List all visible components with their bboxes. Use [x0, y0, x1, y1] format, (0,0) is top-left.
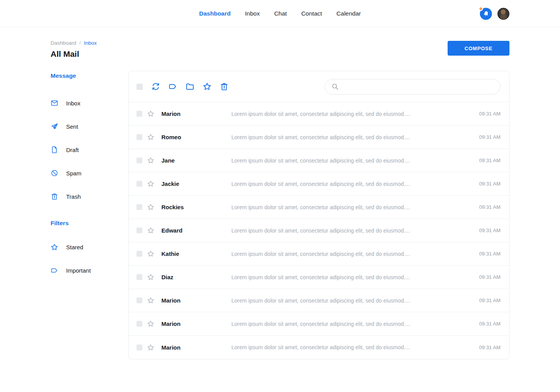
select-all-checkbox[interactable]	[136, 84, 143, 90]
sidebar-item-draft[interactable]: Draft	[51, 138, 128, 161]
row-checkbox[interactable]	[136, 274, 142, 280]
star-icon[interactable]	[203, 82, 212, 91]
star-icon	[51, 243, 58, 251]
mail-sender: Jackie	[161, 180, 231, 187]
mail-preview: Lorem ipsum dolor sit amet, consectetur …	[231, 134, 469, 140]
mail-time: 09:31 AM	[469, 181, 500, 187]
star-icon[interactable]	[147, 157, 154, 164]
mail-sender: Jane	[161, 157, 231, 164]
send-icon	[51, 122, 58, 130]
row-checkbox[interactable]	[136, 204, 142, 210]
mail-row[interactable]: Jane Lorem ipsum dolor sit amet, consect…	[129, 149, 509, 172]
mail-preview: Lorem ipsum dolor sit amet, consectetur …	[231, 251, 469, 257]
mail-preview: Lorem ipsum dolor sit amet, consectetur …	[231, 274, 469, 280]
star-icon[interactable]	[147, 203, 154, 211]
row-checkbox[interactable]	[136, 321, 142, 327]
sidebar-item-label: Stared	[66, 244, 83, 250]
mail-sender: Marion	[161, 297, 231, 304]
mail-list: Marion Lorem ipsum dolor sit amet, conse…	[129, 102, 509, 359]
folder-icon[interactable]	[186, 82, 194, 91]
row-checkbox[interactable]	[136, 111, 142, 117]
mail-sender: Romeo	[161, 134, 231, 140]
mail-time: 09:31 AM	[469, 321, 500, 327]
sidebar-item-important[interactable]: Important	[51, 259, 128, 282]
breadcrumb-separator: /	[79, 40, 81, 46]
row-checkbox[interactable]	[136, 298, 142, 303]
mail-sender: Kathie	[161, 250, 231, 257]
mail-preview: Lorem ipsum dolor sit amet, consectetur …	[231, 158, 469, 164]
row-checkbox[interactable]	[136, 158, 142, 163]
row-checkbox[interactable]	[136, 228, 142, 233]
compose-button[interactable]: COMPOSE	[448, 41, 509, 56]
mail-time: 09:31 AM	[469, 251, 500, 257]
notifications-button[interactable]	[480, 8, 492, 20]
page-head-left: Dashboard / Inbox All Mail	[51, 40, 97, 59]
mail-sender: Marion	[161, 110, 231, 117]
star-icon[interactable]	[147, 110, 154, 117]
mail-sender: Marion	[161, 320, 231, 327]
page-head: Dashboard / Inbox All Mail COMPOSE	[51, 40, 509, 59]
row-checkbox[interactable]	[136, 251, 142, 257]
mail-row[interactable]: Edward Lorem ipsum dolor sit amet, conse…	[129, 219, 509, 242]
row-checkbox[interactable]	[136, 134, 142, 140]
breadcrumb-dashboard[interactable]: Dashboard	[51, 40, 76, 46]
toolbar-icons	[151, 82, 229, 91]
mail-sender: Edward	[161, 227, 231, 234]
trash-icon[interactable]	[220, 82, 229, 91]
mail-row[interactable]: Marion Lorem ipsum dolor sit amet, conse…	[129, 289, 509, 312]
main-nav: Dashboard Inbox Chat Contact Calendar	[199, 10, 361, 17]
star-icon[interactable]	[147, 297, 154, 304]
mail-preview: Lorem ipsum dolor sit amet, consectetur …	[231, 204, 469, 210]
mail-time: 09:31 AM	[469, 158, 500, 163]
mail-sidebar: Message Inbox Sent	[51, 71, 128, 359]
mail-time: 09:31 AM	[469, 204, 500, 210]
mail-row[interactable]: Diaz Lorem ipsum dolor sit amet, consect…	[129, 266, 509, 289]
label-icon[interactable]	[168, 82, 177, 91]
star-icon[interactable]	[147, 227, 154, 234]
star-icon[interactable]	[147, 133, 154, 141]
sidebar-message-list: Inbox Sent Draft	[51, 91, 128, 208]
mail-preview: Lorem ipsum dolor sit amet, consectetur …	[231, 321, 469, 327]
sidebar-item-sent[interactable]: Sent	[51, 115, 128, 138]
nav-item-calendar[interactable]: Calendar	[336, 10, 361, 17]
star-icon[interactable]	[147, 320, 154, 327]
star-icon[interactable]	[147, 250, 154, 257]
mail-row[interactable]: Romeo Lorem ipsum dolor sit amet, consec…	[129, 126, 509, 149]
sidebar-item-stared[interactable]: Stared	[51, 235, 128, 259]
mail-row[interactable]: Marion Lorem ipsum dolor sit amet, conse…	[129, 336, 509, 359]
nav-item-inbox[interactable]: Inbox	[245, 10, 260, 17]
mail-time: 09:31 AM	[469, 228, 500, 233]
mail-row[interactable]: Kathie Lorem ipsum dolor sit amet, conse…	[129, 242, 509, 266]
nav-item-dashboard[interactable]: Dashboard	[199, 10, 231, 17]
refresh-icon[interactable]	[151, 82, 160, 91]
main-content: Message Inbox Sent	[51, 71, 509, 359]
star-icon[interactable]	[147, 344, 154, 351]
sidebar-heading-message: Message	[51, 72, 128, 79]
user-avatar[interactable]	[497, 8, 509, 20]
star-icon[interactable]	[147, 180, 154, 187]
row-checkbox[interactable]	[136, 181, 142, 187]
mail-sender: Diaz	[161, 274, 231, 280]
mail-panel: Marion Lorem ipsum dolor sit amet, conse…	[128, 71, 509, 359]
sidebar-item-label: Inbox	[66, 100, 80, 107]
mail-row[interactable]: Jackie Lorem ipsum dolor sit amet, conse…	[129, 172, 509, 196]
nav-item-contact[interactable]: Contact	[301, 10, 322, 17]
sidebar-item-inbox[interactable]: Inbox	[51, 91, 128, 115]
label-icon	[51, 266, 58, 274]
mail-preview: Lorem ipsum dolor sit amet, consectetur …	[231, 111, 469, 117]
sidebar-item-label: Sent	[66, 123, 78, 130]
sidebar-item-spam[interactable]: Spam	[51, 161, 128, 185]
mail-preview: Lorem ipsum dolor sit amet, consectetur …	[231, 298, 469, 304]
star-icon[interactable]	[147, 273, 154, 281]
mail-row[interactable]: Marion Lorem ipsum dolor sit amet, conse…	[129, 102, 509, 126]
mail-row[interactable]: Rockies Lorem ipsum dolor sit amet, cons…	[129, 196, 509, 219]
page-title: All Mail	[51, 49, 97, 59]
mail-row[interactable]: Marion Lorem ipsum dolor sit amet, conse…	[129, 312, 509, 336]
sidebar-item-label: Trash	[66, 193, 81, 200]
sidebar-item-trash[interactable]: Trash	[51, 185, 128, 208]
sidebar-filters-list: Stared Important	[51, 235, 128, 282]
row-checkbox[interactable]	[136, 345, 142, 350]
search-input[interactable]	[343, 83, 494, 90]
nav-item-chat[interactable]: Chat	[274, 10, 287, 17]
breadcrumb-inbox[interactable]: Inbox	[84, 40, 97, 46]
